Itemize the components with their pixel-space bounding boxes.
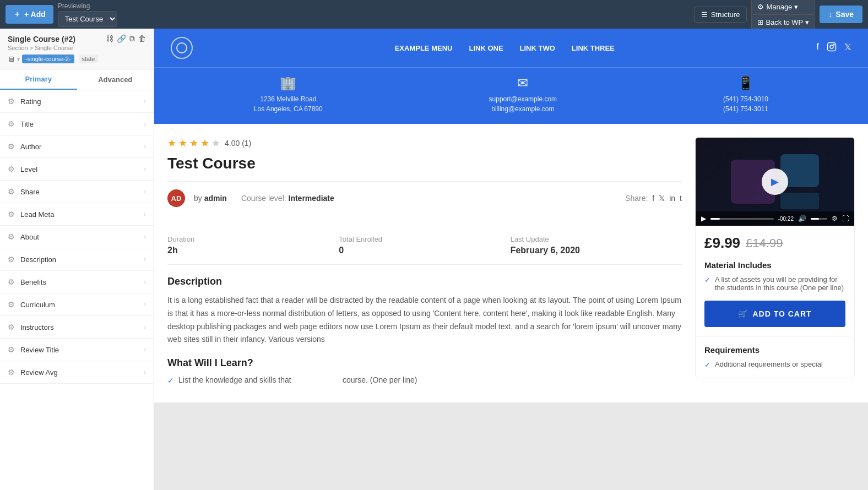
sidebar-item-label: Level [20, 165, 138, 173]
structure-button[interactable]: ☰ Structure [694, 7, 747, 23]
trash-icon[interactable]: 🗑 [138, 34, 146, 43]
sidebar-item-rating[interactable]: ⚙ Rating › [0, 90, 154, 113]
sidebar-item-benefits[interactable]: ⚙ Benefits › [0, 271, 154, 293]
gear-icon: ⚙ [8, 142, 15, 151]
arrow-icon: › [144, 278, 146, 286]
sidebar-item-title[interactable]: ⚙ Title › [0, 113, 154, 135]
chain-icon[interactable]: 🔗 [117, 34, 126, 43]
sidebar-item-about[interactable]: ⚙ About › [0, 226, 154, 248]
gear-icon: ⚙ [8, 97, 15, 106]
state-badge: state [79, 55, 99, 63]
info-address: 🏢 1236 Melville Road Los Angeles, CA 678… [254, 75, 323, 114]
sidebar-item-label: Title [20, 120, 138, 128]
gear-icon: ⚙ [8, 187, 15, 196]
manage-button[interactable]: ⚙ Manage ▾ [752, 0, 815, 15]
id-row: 🖥 ▾ -single-course-2- state [8, 55, 146, 63]
tab-advanced[interactable]: Advanced [77, 69, 154, 90]
sidebar: Single Course (#2) ⛓ 🔗 ⧉ 🗑 Section > Sin… [0, 29, 154, 490]
add-to-cart-button[interactable]: 🛒 ADD TO CART [704, 301, 845, 327]
stat-update: Last Update February 6, 2020 [511, 235, 682, 255]
sidebar-item-label: Author [20, 143, 138, 151]
svg-rect-5 [780, 193, 819, 209]
learn-item: ✓ List the knowledge and skills that cou… [167, 375, 682, 385]
chevron-down-icon[interactable]: ▾ [17, 56, 20, 62]
nav-link-one[interactable]: LINK ONE [469, 44, 503, 52]
settings-icon[interactable]: ⚙ [832, 215, 838, 222]
sidebar-item-curriculum[interactable]: ⚙ Curriculum › [0, 293, 154, 316]
course-meta: AD by admin Course level: Intermediate S… [167, 181, 682, 215]
sidebar-title: Single Course (#2) [8, 35, 75, 43]
update-value: February 6, 2020 [511, 246, 682, 255]
arrow-icon: › [144, 233, 146, 241]
sidebar-item-description[interactable]: ⚙ Description › [0, 248, 154, 271]
save-button[interactable]: ↓ Save [820, 6, 862, 23]
svg-point-1 [830, 45, 833, 48]
instagram-icon[interactable] [827, 42, 837, 54]
sidebar-item-label: Curriculum [20, 301, 138, 309]
gear-icon: ⚙ [8, 300, 15, 309]
site-nav: EXAMPLE MENU LINK ONE LINK TWO LINK THRE… [154, 29, 868, 67]
sidebar-item-review-title[interactable]: ⚙ Review Title › [0, 339, 154, 361]
sidebar-item-label: Lead Meta [20, 210, 138, 219]
progress-bar[interactable] [710, 218, 774, 220]
save-icon: ↓ [828, 10, 832, 19]
device-icons: 🖥 ▾ [8, 55, 20, 63]
top-toolbar: ＋ + Add Previewing Test Course ☰ Structu… [0, 0, 868, 29]
sidebar-item-author[interactable]: ⚙ Author › [0, 135, 154, 158]
link-icon[interactable]: ⛓ [106, 34, 113, 43]
share-twitter-icon[interactable]: 𝕏 [659, 194, 665, 203]
req-item-text: Additional requirements or special [715, 360, 823, 368]
material-check-icon: ✓ [704, 276, 710, 284]
volume-bar[interactable] [811, 218, 827, 220]
sidebar-header: Single Course (#2) ⛓ 🔗 ⧉ 🗑 Section > Sin… [0, 29, 154, 69]
add-label: + Add [24, 10, 46, 19]
sidebar-item-instructors[interactable]: ⚙ Instructors › [0, 316, 154, 339]
back-to-wp-button[interactable]: ⊞ Back to WP ▾ [752, 15, 815, 30]
req-check-icon: ✓ [704, 361, 710, 369]
arrow-icon: › [144, 143, 146, 150]
play-button[interactable]: ▶ [762, 168, 788, 195]
wp-icon: ⊞ [757, 18, 763, 26]
phone2: (541) 754-3011 [723, 104, 768, 114]
gear-icon: ⚙ [8, 165, 15, 173]
arrow-icon: › [144, 346, 146, 353]
facebook-icon[interactable]: f [817, 42, 819, 54]
twitter-icon[interactable]: 𝕏 [844, 42, 851, 54]
preview-course-select[interactable]: Test Course [58, 11, 117, 27]
nav-link-two[interactable]: LINK TWO [520, 44, 555, 52]
nav-link-example-menu[interactable]: EXAMPLE MENU [395, 44, 453, 52]
share-facebook-icon[interactable]: f [652, 194, 654, 203]
meta-author: by admin [194, 194, 227, 203]
phone-icon: 📱 [737, 75, 754, 91]
copy-icon[interactable]: ⧉ [129, 34, 135, 43]
fullscreen-icon[interactable]: ⛶ [842, 215, 849, 222]
sidebar-item-level[interactable]: ⚙ Level › [0, 158, 154, 181]
desktop-icon[interactable]: 🖥 [8, 55, 15, 63]
update-label: Last Update [511, 235, 682, 243]
price-original: £14.99 [746, 236, 783, 251]
tab-primary[interactable]: Primary [0, 69, 77, 90]
volume-icon[interactable]: 🔊 [798, 215, 806, 222]
duration-label: Duration [167, 235, 339, 243]
share-linkedin-icon[interactable]: in [669, 194, 675, 203]
sidebar-item-review-avg[interactable]: ⚙ Review Avg › [0, 361, 154, 384]
gear-icon: ⚙ [8, 323, 15, 331]
sidebar-item-lead-meta[interactable]: ⚙ Lead Meta › [0, 203, 154, 226]
add-to-cart-label: ADD TO CART [752, 309, 811, 318]
video-controls: ▶ -00:22 🔊 ⚙ ⛶ [696, 211, 854, 226]
check-icon: ✓ [167, 376, 174, 385]
main-layout: Single Course (#2) ⛓ 🔗 ⧉ 🗑 Section > Sin… [0, 29, 868, 490]
arrow-icon: › [144, 120, 146, 128]
nav-link-three[interactable]: LINK THREE [572, 44, 615, 52]
arrow-icon: › [144, 165, 146, 173]
add-button[interactable]: ＋ + Add [6, 5, 53, 24]
star-5: ★ [211, 137, 220, 149]
course-sidebar: ▶ ▶ -00:22 🔊 ⚙ ⛶ [695, 137, 855, 389]
sidebar-item-share[interactable]: ⚙ Share › [0, 181, 154, 203]
play-icon[interactable]: ▶ [701, 215, 706, 222]
price-panel: ▶ ▶ -00:22 🔊 ⚙ ⛶ [695, 137, 855, 378]
duration-value: 2h [167, 246, 339, 255]
learn-item-text: List the knowledge and skills that cours… [178, 375, 417, 384]
arrow-icon: › [144, 255, 146, 263]
share-tumblr-icon[interactable]: t [680, 194, 682, 203]
